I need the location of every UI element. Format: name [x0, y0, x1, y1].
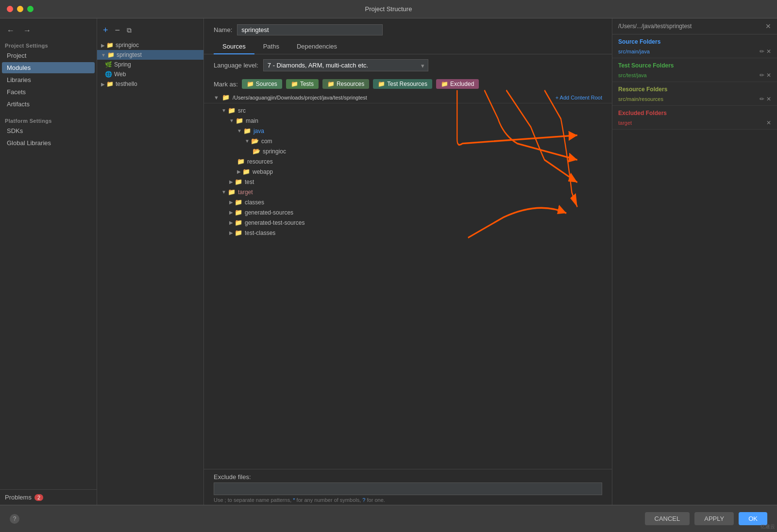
root-path-text: /Users/aoguangjin/Downloads/project/java…: [233, 95, 367, 100]
folder-icon: 📁: [237, 158, 245, 165]
add-module-button[interactable]: +: [101, 24, 110, 36]
sidebar-item-artifacts[interactable]: Artifacts: [2, 99, 95, 110]
source-folders-section: Source Folders src/main/java ✏ ✕: [612, 34, 777, 58]
folder-src[interactable]: ▼ 📁 src: [204, 105, 612, 116]
tab-paths[interactable]: Paths: [254, 39, 288, 54]
folder-tree: ▼ 📁 src ▼ 📁 main ▼ 📁 java ▼ 📂 co: [204, 103, 612, 469]
expand-icon: ▶: [229, 200, 233, 205]
folder-java[interactable]: ▼ 📁 java: [204, 126, 612, 136]
folder-target[interactable]: ▼ 📁 target: [204, 187, 612, 197]
module-spring[interactable]: 🌿 Spring: [97, 60, 203, 69]
copy-module-button[interactable]: ⧉: [125, 25, 134, 35]
folder-generated-sources[interactable]: ▶ 📁 generated-sources: [204, 207, 612, 217]
module-web[interactable]: 🌐 Web: [97, 69, 203, 79]
right-panel-header: /Users/.../java/test/springtest ✕: [612, 18, 777, 34]
edit-source-folder-button[interactable]: ✏: [760, 48, 764, 55]
project-settings-sidebar: ← → Project Settings Project Modules Lib…: [0, 18, 97, 505]
right-panel-title: /Users/.../java/test/springtest: [618, 23, 692, 30]
cancel-button[interactable]: CANCEL: [645, 512, 690, 525]
problems-label: Problems: [5, 494, 32, 501]
folder-webapp[interactable]: ▶ 📁 webapp: [204, 166, 612, 177]
folder-test-classes[interactable]: ▶ 📁 test-classes: [204, 228, 612, 238]
source-folder-item: src/main/java ✏ ✕: [618, 47, 771, 56]
language-level-label: Language level:: [214, 62, 258, 69]
folder-classes[interactable]: ▶ 📁 classes: [204, 197, 612, 207]
sidebar-item-facets[interactable]: Facets: [2, 86, 95, 98]
folder-springioc[interactable]: 📂 springioc: [204, 146, 612, 156]
problems-section[interactable]: Problems 2: [0, 489, 97, 505]
module-testhello[interactable]: ▶ 📁 testhello: [97, 79, 203, 89]
exclude-section: Exclude files: Use ; to separate name pa…: [204, 469, 612, 505]
test-source-folder-item: src/test/java ✏ ✕: [618, 71, 771, 80]
remove-resource-folder-button[interactable]: ✕: [766, 96, 771, 102]
tab-sources[interactable]: Sources: [214, 39, 254, 54]
forward-button[interactable]: →: [21, 25, 33, 36]
folder-icon: 📁: [106, 42, 114, 49]
sidebar-item-global-libraries[interactable]: Global Libraries: [2, 137, 95, 149]
tab-dependencies[interactable]: Dependencies: [288, 39, 346, 54]
folder-generated-test-sources[interactable]: ▶ 📁 generated-test-sources: [204, 217, 612, 228]
sidebar-item-modules[interactable]: Modules: [2, 62, 95, 73]
exclude-hint: Use ; to separate name patterns, * for a…: [214, 497, 602, 503]
help-button[interactable]: ?: [10, 514, 19, 524]
window-controls[interactable]: [7, 6, 34, 12]
module-springtest[interactable]: ▼ 📁 springtest: [97, 50, 203, 60]
folder-main[interactable]: ▼ 📁 main: [204, 116, 612, 126]
remove-test-source-folder-button[interactable]: ✕: [766, 72, 771, 79]
sources-folder-icon: 📁: [247, 81, 254, 87]
remove-module-button[interactable]: −: [113, 24, 122, 36]
mark-test-resources-button[interactable]: 📁 Test Resources: [373, 79, 432, 89]
mark-tests-button[interactable]: 📁 Tests: [286, 79, 319, 89]
name-input[interactable]: [237, 24, 383, 35]
root-folder-icon: 📁: [222, 94, 230, 101]
module-tree: + − ⧉ ▶ 📁 springioc ▼ 📁 springtest 🌿 Spr…: [97, 18, 204, 505]
close-button[interactable]: [7, 6, 13, 12]
titlebar: Project Structure: [0, 0, 777, 18]
folder-com[interactable]: ▼ 📂 com: [204, 136, 612, 146]
back-button[interactable]: ←: [5, 25, 17, 36]
language-level-dropdown-wrapper: 7 - Diamonds, ARM, multi-catch etc. ▾: [263, 59, 428, 71]
remove-source-folder-button[interactable]: ✕: [766, 48, 771, 55]
folder-icon: 📁: [243, 127, 251, 134]
add-content-root-btn[interactable]: + Add Content Root: [556, 95, 602, 100]
excluded-folder-path: target: [618, 120, 632, 126]
chevron-icon: ▶: [101, 43, 105, 48]
sidebar-item-libraries[interactable]: Libraries: [2, 74, 95, 85]
right-panel-close-button[interactable]: ✕: [765, 22, 771, 30]
mark-resources-button[interactable]: 📁 Resources: [322, 79, 369, 89]
tabs-bar: Sources Paths Dependencies: [204, 39, 612, 54]
folder-icon: 📁: [242, 168, 250, 175]
module-springioc[interactable]: ▶ 📁 springioc: [97, 40, 203, 50]
module-label: Spring: [114, 61, 131, 68]
module-label: Web: [114, 71, 126, 78]
edit-resource-folder-button[interactable]: ✏: [760, 96, 764, 102]
folder-test[interactable]: ▶ 📁 test: [204, 177, 612, 187]
expand-icon: ▶: [237, 169, 241, 174]
name-label: Name:: [214, 26, 232, 33]
source-folder-path: src/main/java: [618, 49, 650, 54]
language-level-select[interactable]: 7 - Diamonds, ARM, multi-catch etc.: [263, 59, 428, 71]
sidebar-item-sdks[interactable]: SDKs: [2, 125, 95, 136]
tests-folder-icon: 📁: [291, 81, 298, 87]
edit-test-source-folder-button[interactable]: ✏: [760, 72, 764, 79]
mark-excluded-button[interactable]: 📁 Excluded: [436, 79, 479, 89]
root-expand-chevron[interactable]: ▼: [214, 95, 219, 100]
remove-excluded-folder-button[interactable]: ✕: [766, 119, 771, 126]
exclude-files-input[interactable]: [214, 482, 602, 495]
mark-as-row: Mark as: 📁 Sources 📁 Tests 📁 Resources 📁…: [204, 76, 612, 92]
excluded-folders-label: Excluded Folders: [618, 110, 771, 116]
excluded-folder-item: target ✕: [618, 118, 771, 127]
folder-resources[interactable]: 📁 resources: [204, 156, 612, 166]
folder-icon: 📁: [228, 188, 236, 196]
maximize-button[interactable]: [27, 6, 34, 12]
excluded-folder-icon: 📁: [441, 81, 448, 87]
module-label: testhello: [116, 81, 137, 87]
minimize-button[interactable]: [17, 6, 23, 12]
module-label: springioc: [116, 42, 139, 49]
resource-folder-item: src/main/resources ✏ ✕: [618, 95, 771, 103]
sidebar-item-project[interactable]: Project: [2, 50, 95, 61]
module-label: springtest: [117, 51, 142, 58]
language-level-row: Language level: 7 - Diamonds, ARM, multi…: [204, 54, 612, 76]
mark-sources-button[interactable]: 📁 Sources: [242, 79, 282, 89]
apply-button[interactable]: APPLY: [694, 512, 734, 525]
